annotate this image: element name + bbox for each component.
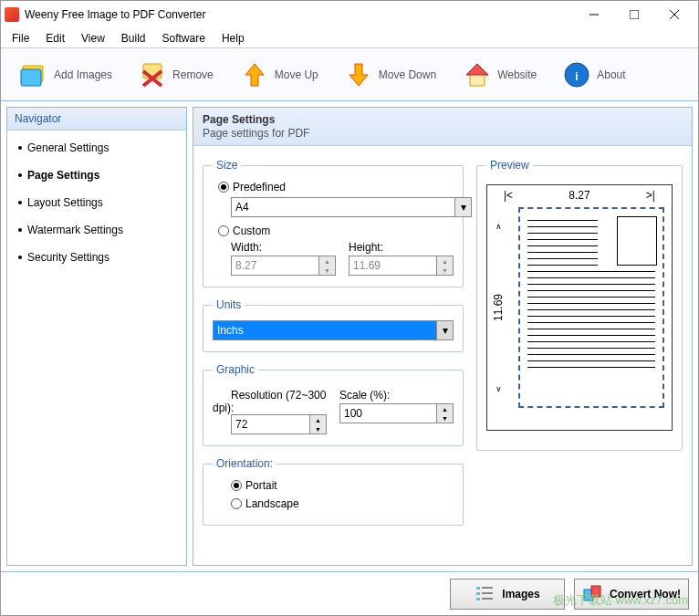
list-icon	[475, 584, 495, 604]
toolbar: Add Images Remove Move Up Move Down Webs…	[1, 48, 698, 101]
units-select[interactable]: Inchs ▾	[213, 320, 454, 340]
menu-software[interactable]: Software	[155, 30, 213, 47]
svg-rect-16	[482, 598, 493, 600]
svg-rect-11	[476, 587, 480, 590]
size-fieldset: Size Predefined A4 ▾ Custom	[203, 159, 464, 287]
convert-now-button[interactable]: Convert Now!	[574, 579, 689, 610]
preview-left-bottom-marker: ∨	[496, 384, 502, 393]
website-label: Website	[497, 68, 537, 81]
preview-left-top-marker: ∧	[496, 222, 502, 231]
add-images-icon	[19, 60, 48, 89]
custom-radio[interactable]	[218, 225, 229, 236]
website-button[interactable]: Website	[450, 57, 549, 93]
height-spinner[interactable]: 11.69▲▼	[349, 256, 454, 276]
preview-fieldset: Preview |< 8.27 >| ∧ 11.69 ∨	[476, 159, 683, 451]
minimize-button[interactable]	[574, 2, 614, 27]
preview-width-value: 8.27	[569, 189, 589, 202]
custom-radio-row[interactable]: Custom	[218, 224, 454, 237]
portrait-radio[interactable]	[231, 480, 242, 491]
about-label: About	[597, 68, 625, 81]
spinner-arrows-icon: ▲▼	[318, 256, 335, 275]
graphic-legend: Graphic	[213, 363, 258, 376]
home-icon	[463, 60, 492, 89]
resolution-spinner[interactable]: 72▲▼	[231, 414, 327, 434]
preview-page-icon	[518, 207, 664, 408]
width-spinner[interactable]: 8.27▲▼	[231, 256, 336, 276]
remove-label: Remove	[172, 68, 214, 81]
chevron-down-icon: ▾	[454, 198, 471, 216]
nav-watermark-settings[interactable]: Watermark Settings	[13, 222, 181, 238]
spinner-arrows-icon: ▲▼	[309, 415, 326, 433]
nav-layout-settings[interactable]: Layout Settings	[13, 194, 181, 211]
svg-rect-15	[476, 598, 480, 600]
preview-legend: Preview	[486, 159, 533, 172]
main-panel: Page Settings Page settings for PDF Size…	[193, 107, 693, 566]
footer: Images Convert Now!	[1, 571, 698, 615]
navigator-panel: Navigator General Settings Page Settings…	[6, 107, 187, 566]
svg-rect-18	[591, 586, 600, 597]
info-icon: i	[562, 60, 591, 89]
menu-view[interactable]: View	[74, 30, 112, 47]
predefined-select[interactable]: A4 ▾	[231, 197, 472, 217]
add-images-label: Add Images	[54, 68, 112, 81]
scale-spinner[interactable]: 100▲▼	[339, 403, 454, 423]
move-down-button[interactable]: Move Down	[331, 57, 449, 93]
svg-rect-13	[476, 592, 480, 595]
preview-height-value: 11.69	[492, 294, 505, 321]
svg-rect-14	[482, 592, 493, 594]
arrow-down-icon	[344, 60, 373, 89]
portrait-radio-row[interactable]: Portait	[231, 479, 454, 492]
page-subtitle: Page settings for PDF	[203, 127, 683, 140]
move-up-label: Move Up	[275, 68, 318, 81]
about-button[interactable]: i About	[549, 57, 638, 93]
orientation-legend: Orientation:	[213, 457, 276, 470]
app-icon	[5, 7, 19, 22]
svg-rect-5	[21, 69, 41, 86]
menu-build[interactable]: Build	[114, 30, 153, 47]
maximize-button[interactable]	[614, 2, 654, 27]
units-fieldset: Units Inchs ▾	[203, 298, 464, 352]
nav-security-settings[interactable]: Security Settings	[13, 249, 181, 266]
spinner-arrows-icon: ▲▼	[436, 256, 453, 275]
orientation-fieldset: Orientation: Portait Landscape	[203, 457, 464, 526]
svg-rect-12	[482, 587, 493, 589]
remove-button[interactable]: Remove	[125, 57, 226, 93]
preview-top-right-marker: >|	[646, 189, 655, 202]
nav-general-settings[interactable]: General Settings	[13, 140, 181, 156]
remove-icon	[138, 60, 167, 89]
menu-edit[interactable]: Edit	[38, 30, 72, 47]
menu-file[interactable]: File	[5, 30, 37, 47]
graphic-fieldset: Graphic Resolution (72~300 dpi): 72▲▼ Sc…	[203, 363, 464, 446]
window-title: Weeny Free Image to PDF Converter	[25, 8, 574, 21]
preview-top-left-marker: |<	[504, 189, 513, 202]
preview-box: |< 8.27 >| ∧ 11.69 ∨	[486, 184, 673, 431]
convert-icon	[582, 584, 602, 604]
chevron-down-icon: ▾	[436, 321, 453, 339]
move-down-label: Move Down	[379, 68, 436, 81]
resolution-label: Resolution (72~300 dpi):	[213, 389, 326, 414]
images-button[interactable]: Images	[450, 579, 565, 610]
navigator-title: Navigator	[7, 108, 186, 131]
units-legend: Units	[213, 298, 245, 311]
nav-page-settings[interactable]: Page Settings	[13, 167, 181, 183]
svg-rect-1	[630, 10, 639, 19]
close-button[interactable]	[654, 2, 694, 27]
landscape-radio[interactable]	[231, 498, 242, 509]
predefined-radio[interactable]	[218, 182, 229, 193]
svg-text:i: i	[576, 70, 579, 83]
landscape-radio-row[interactable]: Landscape	[231, 497, 454, 510]
menu-bar: File Edit View Build Software Help	[1, 28, 698, 48]
scale-label: Scale (%):	[339, 389, 454, 402]
predefined-radio-row[interactable]: Predefined	[218, 181, 454, 193]
page-title: Page Settings	[203, 113, 683, 126]
arrow-up-icon	[240, 60, 269, 89]
menu-help[interactable]: Help	[214, 30, 252, 47]
height-label: Height:	[349, 241, 454, 254]
spinner-arrows-icon: ▲▼	[436, 404, 453, 423]
size-legend: Size	[213, 159, 241, 172]
move-up-button[interactable]: Move Up	[227, 57, 331, 93]
width-label: Width:	[231, 241, 336, 254]
add-images-button[interactable]: Add Images	[6, 57, 125, 93]
